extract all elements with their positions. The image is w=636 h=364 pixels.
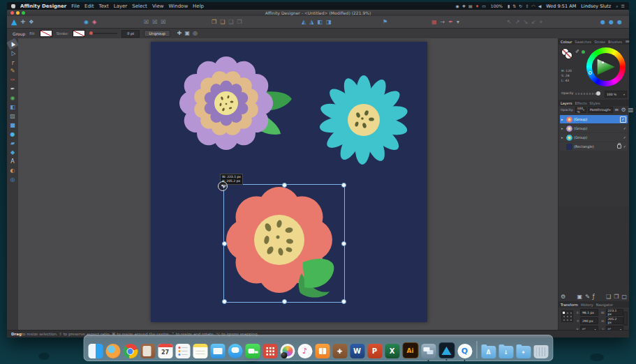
menu-layer[interactable]: Layer [114, 3, 128, 9]
move-to-front-icon[interactable]: ❐ [212, 20, 216, 25]
microsoft-powerpoint-icon[interactable]: P [367, 344, 382, 358]
y-field[interactable]: 290 px [580, 317, 598, 324]
titlebar[interactable]: Affinity Designer - <Untitled> (Modified… [7, 10, 629, 16]
add-page-icon[interactable]: ❏ [606, 294, 611, 300]
visibility-check-icon[interactable] [623, 144, 626, 149]
layers-opacity-dropdown[interactable]: 100 % [575, 107, 587, 113]
disabled-align-icon-4-icon[interactable]: ↙ [531, 20, 536, 25]
battery-percent[interactable]: 100% [491, 3, 503, 8]
ibooks-icon[interactable] [315, 344, 330, 358]
adobe-illustrator-icon[interactable]: Ai [402, 342, 418, 358]
applications-folder-icon[interactable]: A [481, 346, 496, 358]
shield-icon[interactable]: ❖ [462, 4, 466, 8]
opacity-slider[interactable] [575, 93, 599, 95]
expand-icon[interactable] [561, 135, 565, 139]
menu-window[interactable]: Window [169, 3, 188, 9]
layer-row-coral-group[interactable]: (Group) [560, 115, 628, 123]
corner-tool[interactable]: ┌ [8, 58, 17, 66]
height-field[interactable]: 205.2 px [606, 317, 624, 324]
rectangle-tool[interactable]: ■ [8, 121, 17, 130]
anchor-point-selector[interactable] [561, 310, 573, 322]
volume-icon[interactable]: ◀ [538, 4, 542, 8]
disabled-target-icon[interactable]: ⌖ [540, 20, 543, 25]
facetime-icon[interactable] [245, 344, 260, 358]
fill-gradient-tool[interactable]: ◧ [8, 103, 17, 112]
toolbox-icon[interactable]: ✚ [332, 344, 347, 358]
pixel-persona-icon[interactable]: ◉ [84, 20, 89, 25]
width-field[interactable]: 223.1 px [606, 309, 624, 316]
cycle-selection-icon[interactable]: ◎ [193, 31, 198, 36]
trash-icon[interactable]: ▥ [628, 107, 634, 113]
downloads-folder-icon[interactable]: ↓ [498, 346, 513, 358]
sync-arrows-icon[interactable]: ⇅ [512, 4, 516, 8]
hue-marker[interactable] [589, 71, 592, 75]
settings-gear-icon[interactable]: ⚙ [621, 107, 626, 113]
selection-handle-bottom-left[interactable] [222, 299, 227, 304]
visibility-check-icon[interactable] [623, 135, 626, 139]
menu-view[interactable]: View [152, 3, 164, 9]
pen-tool[interactable]: ✒ [8, 85, 17, 93]
trash-icon[interactable] [533, 345, 548, 358]
canvas-pasteboard[interactable]: W: 223.1 px H: 205.2 px ↔ [18, 38, 559, 331]
menubar-clock[interactable]: Wed 9:51 AM [546, 3, 576, 9]
layer-row-purple-group[interactable]: (Group) [560, 124, 628, 132]
colour-wheel-tool[interactable]: ◉ [8, 94, 17, 103]
app-menu[interactable]: Affinity Designer [20, 3, 66, 9]
stroke-none-swatch[interactable] [565, 52, 572, 59]
disabled-align-icon-2-icon[interactable]: ↗ [515, 20, 520, 25]
transparency-tool[interactable]: ▨ [8, 112, 17, 121]
zoom-fit-icon[interactable]: ☒ [152, 20, 157, 25]
layer-row-background-rectangle[interactable]: (Rectangle) [560, 142, 628, 151]
disabled-align-icon-1-icon[interactable]: ↖ [507, 20, 512, 25]
stroke-width-slider[interactable] [89, 33, 117, 34]
node-editor-icon[interactable]: ❖ [29, 20, 34, 25]
selection-handle-mid-right[interactable] [341, 241, 346, 246]
triangle-marker[interactable] [602, 61, 604, 63]
flip-vertical-icon[interactable]: ◨ [326, 20, 332, 25]
x-field[interactable]: 98.1 px [580, 309, 598, 316]
shape-tool[interactable]: ◆ [8, 149, 17, 157]
menu-edit[interactable]: Edit [84, 3, 94, 9]
airplay-icon[interactable]: ▭ [482, 4, 486, 8]
expand-icon[interactable] [561, 126, 565, 130]
tab-styles[interactable]: Styles [590, 101, 600, 105]
colour-wheel[interactable] [586, 47, 626, 86]
selection-handle-mid-left[interactable] [222, 241, 227, 246]
snapping-options-icon[interactable]: ▦ [431, 20, 437, 25]
selection-bounding-box[interactable] [223, 184, 345, 303]
menu-help[interactable]: Help [193, 3, 204, 9]
aspect-lock-button[interactable] [623, 312, 628, 326]
tab-brushes[interactable]: Brushes [608, 40, 622, 44]
expand-icon[interactable] [561, 117, 565, 121]
view-mode-icon[interactable]: ● [609, 20, 614, 25]
selection-handle-top-center[interactable] [282, 183, 287, 188]
tab-effects[interactable]: Effects [575, 101, 587, 105]
rotate-ccw-icon[interactable]: ◭ [302, 20, 306, 25]
fill-swatch[interactable] [40, 30, 52, 37]
disabled-align-icon-3-icon[interactable]: ↘ [523, 20, 528, 25]
menu-text[interactable]: Text [99, 3, 109, 9]
move-backward-icon[interactable]: ❏ [228, 20, 233, 25]
display-icon[interactable]: ▤ [468, 4, 473, 8]
keystroke-icon[interactable]: ◉ [455, 4, 459, 8]
opacity-knob[interactable] [596, 91, 600, 96]
pencil-tool[interactable]: ✎ [8, 67, 17, 75]
apple-menu-icon[interactable] [11, 4, 15, 8]
photos-icon[interactable] [280, 344, 295, 358]
hsl-triangle[interactable] [596, 57, 616, 77]
layer-row-teal-group[interactable]: (Group) [560, 133, 628, 142]
rotate-cw-icon[interactable]: ◮ [309, 20, 313, 25]
eyedropper-icon[interactable]: ✐ [575, 49, 579, 54]
app-launcher-icon[interactable] [262, 344, 277, 358]
wifi-icon[interactable]: ◠ [531, 4, 535, 8]
teal-flower[interactable] [318, 75, 412, 167]
notes-icon[interactable] [193, 344, 207, 358]
finder-icon[interactable] [88, 344, 103, 358]
ellipse-tool[interactable]: ● [8, 130, 17, 139]
tab-transform[interactable]: Transform [561, 303, 578, 307]
pen-state-icon[interactable]: ✒ [448, 20, 453, 25]
time-machine-icon[interactable]: ↻ [519, 4, 522, 8]
insert-target-icon[interactable]: ⚑ [383, 20, 387, 25]
microsoft-excel-icon[interactable]: X [385, 344, 399, 358]
duplicate-page-icon[interactable]: ❐ [614, 294, 619, 300]
